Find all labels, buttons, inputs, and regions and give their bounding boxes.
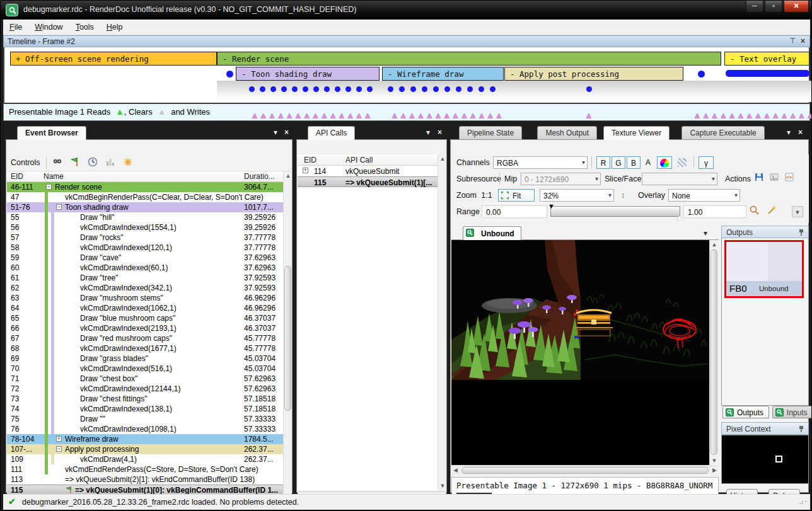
write-triangle-icon[interactable]: ▲: [719, 110, 728, 120]
draw-event-dot[interactable]: [456, 86, 461, 92]
collapse-icon[interactable]: −: [56, 204, 62, 210]
timeline-section-bar[interactable]: - Apply post processing: [504, 67, 683, 81]
draw-event-dot[interactable]: [490, 86, 496, 92]
draw-event-dot[interactable]: [345, 86, 351, 92]
scrollbar-thumb[interactable]: [284, 266, 291, 411]
zoom-1-1-button[interactable]: 1:1: [478, 189, 496, 202]
event-row[interactable]: 46-111−Render scene3064.7...: [7, 182, 284, 192]
draw-event-dot[interactable]: [249, 86, 255, 92]
event-row[interactable]: 55Draw "hill"39.25926: [7, 212, 284, 222]
timeline-section-bar[interactable]: - Toon shading draw: [236, 67, 380, 81]
draw-event-dot[interactable]: [303, 86, 308, 92]
save-image-icon[interactable]: [768, 172, 780, 185]
draw-event-dot[interactable]: [260, 86, 265, 92]
chevron-down-icon[interactable]: ▾: [426, 128, 430, 137]
draw-event-dot[interactable]: [478, 86, 484, 92]
write-triangle-icon[interactable]: ▲: [268, 110, 277, 120]
minimize-button[interactable]: ─: [746, 1, 763, 13]
api-call-row[interactable]: 115=> vkQueueSubmit(1)[...: [298, 176, 438, 187]
texture-display[interactable]: [451, 240, 710, 465]
write-triangle-icon[interactable]: ▲: [363, 110, 372, 120]
write-triangle-icon[interactable]: ▲: [710, 110, 719, 120]
menu-file[interactable]: File: [3, 20, 28, 34]
event-row[interactable]: 78-104+Wireframe draw1784.5...: [7, 434, 284, 444]
write-triangle-icon[interactable]: ▲: [460, 110, 468, 120]
write-triangle-icon[interactable]: ▲: [390, 110, 399, 120]
write-triangle-icon[interactable]: ▲: [495, 110, 504, 120]
event-row[interactable]: 67Draw "red mushroom caps"45.77778: [7, 333, 284, 343]
write-triangle-icon[interactable]: ▲: [486, 110, 495, 120]
write-triangle-icon[interactable]: ▲: [320, 110, 328, 120]
chevron-down-icon[interactable]: ▾: [787, 128, 791, 137]
write-triangle-icon[interactable]: ▲: [443, 110, 451, 120]
collapse-icon[interactable]: −: [46, 184, 52, 190]
texture-horizontal-scrollbar[interactable]: ◀ ▶: [451, 466, 719, 474]
event-row[interactable]: 62vkCmdDrawIndexed(342,1)37.92593: [7, 283, 284, 293]
menu-tools[interactable]: Tools: [69, 20, 100, 34]
expand-icon[interactable]: +: [56, 436, 62, 442]
scroll-up-icon[interactable]: ▲: [438, 154, 447, 163]
close-icon[interactable]: ×: [284, 128, 289, 137]
colorwheel-button[interactable]: [657, 156, 672, 169]
fb0-thumbnail[interactable]: FB0 Unbound: [724, 240, 804, 298]
tab-api-calls[interactable]: API Calls: [308, 126, 355, 140]
write-triangle-icon[interactable]: ▲: [780, 110, 789, 120]
write-triangle-icon[interactable]: ▲: [771, 110, 780, 120]
timeline-section-bar[interactable]: - Render scene: [217, 52, 721, 66]
column-duration[interactable]: Duratio...: [244, 172, 275, 181]
write-triangle-icon[interactable]: ▲: [337, 110, 346, 120]
write-triangle-icon[interactable]: ▲: [285, 110, 294, 120]
write-triangle-icon[interactable]: ▲: [728, 110, 736, 120]
event-row[interactable]: 69Draw "grass blades"45.03704: [7, 353, 284, 364]
draw-event-dot[interactable]: [422, 86, 427, 92]
event-row[interactable]: 58vkCmdDrawIndexed(120,1)37.77778: [7, 243, 284, 253]
write-triangle-icon[interactable]: ▲: [416, 110, 425, 120]
slice-face-select[interactable]: ▾: [642, 173, 717, 185]
write-triangle-icon[interactable]: ▲: [425, 110, 434, 120]
timeline-section-bar[interactable]: - Wireframe draw: [382, 67, 504, 81]
bookmark-flag-icon[interactable]: [69, 156, 81, 169]
scroll-up-icon[interactable]: ▲: [284, 171, 293, 180]
range-slider[interactable]: ▼ ▲: [550, 206, 680, 217]
draw-event-dot[interactable]: [444, 86, 450, 92]
draw-event-dot[interactable]: [313, 86, 319, 92]
tab-capture-executable[interactable]: Capture Executable: [682, 126, 764, 139]
asterisk-icon[interactable]: ✳: [122, 156, 134, 169]
write-triangle-icon[interactable]: ▲: [399, 110, 408, 120]
find-icon[interactable]: [51, 156, 64, 169]
expand-icon[interactable]: +: [303, 168, 308, 173]
write-triangle-icon[interactable]: ▲: [451, 110, 460, 120]
tab-outputs[interactable]: Outputs: [722, 406, 769, 418]
flip-y-icon[interactable]: ↕: [617, 189, 629, 202]
event-row[interactable]: 66vkCmdDrawIndexed(2193,1)46.37037: [7, 323, 284, 333]
tab-event-browser[interactable]: Event Browser: [17, 126, 86, 140]
draw-event-dot[interactable]: [698, 71, 705, 78]
event-row[interactable]: 56vkCmdDrawIndexed(1554,1)39.25926: [7, 222, 284, 233]
event-row[interactable]: 61Draw "tree"37.92593: [7, 273, 284, 283]
write-triangle-icon[interactable]: ▲: [754, 110, 763, 120]
stats-icon[interactable]: [104, 156, 117, 169]
pin-icon[interactable]: [798, 229, 804, 236]
alpha-channel-button[interactable]: A: [642, 156, 654, 169]
column-api-call[interactable]: API Call: [345, 156, 373, 164]
scroll-right-icon[interactable]: ▶: [712, 467, 717, 473]
event-row[interactable]: 73Draw "chest fittings"57.18518: [7, 394, 284, 404]
event-row[interactable]: 72vkCmdDrawIndexed(12144,1)57.62963: [7, 384, 284, 394]
subrange-expand-icon[interactable]: ▼: [792, 206, 803, 217]
texture-vertical-scrollbar[interactable]: ▲ ▼: [709, 240, 718, 465]
gamma-button[interactable]: γ: [699, 156, 714, 169]
scroll-up-icon[interactable]: ▲: [710, 240, 719, 249]
zoom-fit-button[interactable]: Fit: [498, 189, 535, 202]
scroll-left-icon[interactable]: ◀: [453, 467, 458, 473]
api-table-header[interactable]: EID API Call: [298, 154, 438, 166]
draw-event-dot[interactable]: [281, 86, 287, 92]
channels-select[interactable]: RGBA▾: [493, 156, 588, 169]
scroll-down-icon[interactable]: ▼: [438, 481, 447, 490]
scrollbar-thumb[interactable]: [710, 250, 717, 455]
collapsed-events-pill[interactable]: [726, 70, 809, 77]
tab-mesh-output[interactable]: Mesh Output: [537, 126, 597, 139]
range-white-handle[interactable]: ▲: [676, 213, 683, 221]
write-triangle-icon[interactable]: ▲: [434, 110, 443, 120]
write-triangle-icon[interactable]: ▲: [762, 110, 771, 120]
write-triangle-icon[interactable]: ▲: [250, 110, 259, 120]
